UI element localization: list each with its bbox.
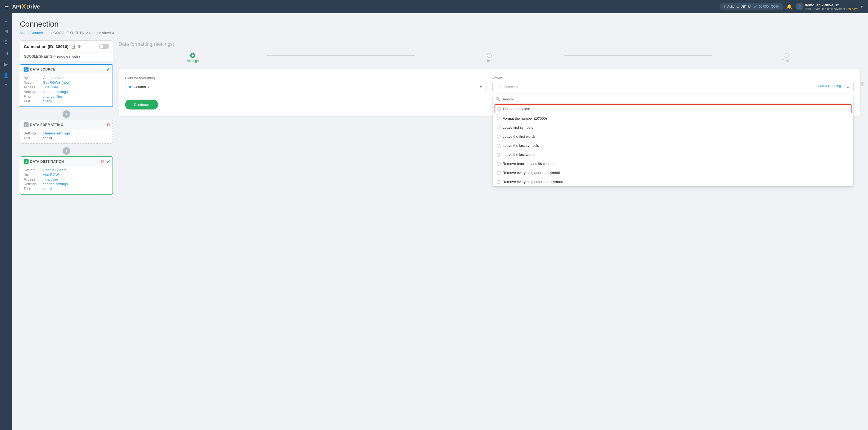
step-settings-label: Settings: [187, 59, 199, 63]
top-navigation: ☰ API X Drive ℹ Actions: 25'161 of 50'00…: [0, 0, 868, 13]
step-settings-circle: [190, 53, 195, 58]
sidebar-item-help[interactable]: ?: [1, 81, 11, 91]
option-label-7: Remove brackets and its contents: [503, 162, 557, 166]
action-dropdown[interactable]: - not selected - ▲ 🔍: [492, 82, 854, 92]
action-col: Action - not selected - ▲ 🔍: [492, 76, 854, 92]
logo: API X Drive: [12, 3, 40, 10]
option-format-datetime[interactable]: Format date/time: [495, 104, 852, 113]
action-label: Action: [492, 76, 854, 80]
section-title: Data formatting (settings): [119, 40, 860, 48]
breadcrumb-connections[interactable]: Connections: [30, 31, 50, 35]
step-test-circle: [487, 53, 492, 58]
dest-settings-value[interactable]: change settings: [43, 182, 68, 186]
right-panel: Data formatting (settings) Settings Test…: [119, 40, 860, 198]
row-access: Access Tina User: [24, 85, 109, 89]
connection-subtitle: GOOGLE SHEETS -> (google sheets): [20, 53, 113, 61]
system-value[interactable]: Google Sheets: [43, 76, 66, 80]
step-test: Test: [415, 53, 564, 63]
sidebar-item-user[interactable]: 👤: [1, 70, 11, 80]
copy-icon[interactable]: 📋: [71, 44, 75, 49]
bell-icon[interactable]: 🔔: [786, 4, 792, 10]
access-value[interactable]: Tina User: [43, 85, 58, 89]
data-destination-body: System Google Sheets Action Add ROW Acce…: [20, 166, 113, 194]
breadcrumb-main[interactable]: Main: [20, 31, 27, 35]
search-icon: 🔍: [496, 97, 500, 101]
option-label-3: Leave first symbols: [503, 125, 533, 129]
row-action: Action Get ROWS (new): [24, 81, 109, 85]
search-input[interactable]: [502, 97, 851, 101]
data-formatting-header: 2 DATA FORMATTING: [20, 120, 113, 129]
chevron-down-icon: ▼: [479, 85, 483, 89]
row-delete-icon[interactable]: 🗑: [860, 81, 865, 87]
row-dest-system: System Google Sheets: [24, 168, 109, 172]
option-radio-5: [497, 144, 500, 148]
settings-value[interactable]: change settings: [43, 90, 68, 94]
field-select[interactable]: Column J ▼: [125, 82, 487, 92]
field-value: Column J: [134, 85, 477, 89]
option-leave-first-symbols[interactable]: Leave first symbols: [493, 123, 854, 132]
user-menu[interactable]: 👤 demo_apix-drive_s2 Plan | Start | left…: [796, 3, 864, 10]
add-formatting-link[interactable]: + add formatting: [815, 84, 841, 88]
option-remove-after-symbol[interactable]: Remove everything after the symbol: [493, 168, 854, 177]
field-col: Field for formatting Column J ▼: [125, 76, 487, 92]
step-finish: Finish: [712, 53, 860, 63]
logo-api-text: API: [12, 4, 21, 10]
user-plan: Plan | Start | left until payment 360 da…: [805, 7, 858, 10]
formatting-delete-icon[interactable]: 🗑: [106, 122, 110, 127]
continue-button[interactable]: Continue: [125, 100, 158, 110]
sidebar-item-dollar[interactable]: $: [1, 37, 11, 47]
option-radio-8: [497, 171, 500, 175]
logo-drive-text: Drive: [26, 4, 40, 10]
data-destination-label: DATA DESTINATION: [30, 160, 64, 163]
form-row-fields: Field for formatting Column J ▼ Action -: [125, 76, 854, 92]
progress-steps: Settings Test Finish: [119, 53, 860, 63]
row-dest-access: Access Tina User: [24, 177, 109, 181]
option-radio-2: [497, 117, 500, 120]
block-num-3: 3: [24, 159, 29, 164]
sidebar-item-play[interactable]: ▶: [1, 59, 11, 69]
option-label-1: Format date/time: [503, 107, 530, 111]
field-dot: [129, 86, 131, 88]
option-label-6: Leave the last words: [503, 153, 535, 157]
hamburger-icon[interactable]: ☰: [4, 4, 9, 10]
row-test: Test check: [24, 99, 109, 103]
option-remove-brackets[interactable]: Remove brackets and its contents: [493, 159, 854, 168]
add-between-1-2-button[interactable]: +: [63, 110, 70, 118]
destination-delete-icon[interactable]: 🗑: [100, 159, 104, 163]
data-source-body: System Google Sheets Action Get ROWS (ne…: [20, 74, 113, 106]
dest-test-value[interactable]: check: [43, 187, 52, 191]
filter-value[interactable]: change filter: [43, 94, 62, 98]
option-remove-before-symbol[interactable]: Remove everything before the symbol: [493, 177, 854, 186]
option-label-2: Format the number (10'000): [503, 116, 547, 120]
sidebar-item-home[interactable]: ⌂: [1, 16, 11, 25]
test-value[interactable]: check: [43, 99, 52, 103]
dest-action-value[interactable]: Add ROW: [43, 173, 59, 177]
settings-icon[interactable]: ⚙: [78, 44, 81, 49]
option-radio-9: [497, 180, 500, 184]
data-destination-header: 3 DATA DESTINATION: [20, 157, 113, 166]
toggle-switch[interactable]: [99, 44, 109, 49]
toggle-knob: [100, 44, 103, 48]
option-leave-last-symbols[interactable]: Leave the last symbols: [493, 141, 854, 150]
actions-used: 25'161: [741, 5, 752, 9]
user-avatar: 👤: [796, 3, 803, 10]
connection-header: Connection (ID: 38910) 📋 ⚙: [20, 41, 113, 53]
option-leave-first-words[interactable]: Leave the first words: [493, 132, 854, 141]
step-finish-label: Finish: [782, 59, 790, 63]
option-format-number[interactable]: Format the number (10'000): [493, 114, 854, 123]
expand-icon: ▼: [860, 4, 864, 9]
add-between-2-3-button[interactable]: +: [63, 147, 70, 155]
user-name: demo_apix-drive_s2: [805, 3, 858, 7]
dest-system-value[interactable]: Google Sheets: [43, 168, 66, 172]
user-details: demo_apix-drive_s2 Plan | Start | left u…: [805, 3, 858, 10]
action-dropdown-header[interactable]: - not selected - ▲: [493, 82, 854, 92]
sidebar-item-grid[interactable]: ⊞: [1, 26, 11, 36]
step-line-1: [267, 55, 415, 56]
formatting-card: Field for formatting Column J ▼ Action -: [119, 69, 860, 116]
formatting-settings-value[interactable]: change settings: [43, 131, 70, 135]
action-placeholder: - not selected -: [496, 85, 520, 89]
sidebar-item-briefcase[interactable]: ⊡: [1, 48, 11, 58]
option-leave-last-words[interactable]: Leave the last words: [493, 150, 854, 159]
action-value[interactable]: Get ROWS (new): [43, 81, 70, 85]
dest-access-value[interactable]: Tina User: [43, 177, 58, 181]
